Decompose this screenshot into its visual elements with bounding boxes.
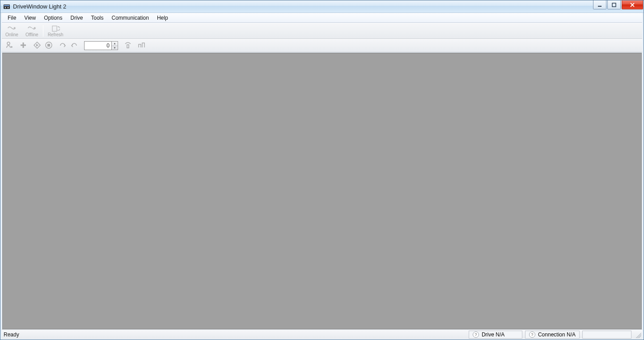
- svg-point-3: [8, 7, 9, 8]
- set-reference-icon: [124, 41, 132, 51]
- app-icon: [3, 3, 10, 10]
- online-label: Online: [5, 32, 18, 37]
- menu-help[interactable]: Help: [153, 13, 172, 22]
- take-control-icon: [5, 41, 13, 51]
- svg-point-9: [7, 42, 10, 45]
- status-bar: Ready ? Drive N/A ? Connection N/A: [2, 329, 642, 339]
- menu-drive[interactable]: Drive: [67, 13, 87, 22]
- start-icon: [33, 41, 41, 51]
- svg-point-7: [34, 27, 36, 29]
- spin-down-button[interactable]: ▼: [112, 46, 118, 50]
- menu-view[interactable]: View: [20, 13, 40, 22]
- reference-input[interactable]: [84, 41, 112, 50]
- reference-spinner[interactable]: ▲ ▼: [112, 41, 118, 50]
- svg-point-6: [14, 27, 16, 29]
- reverse-button[interactable]: [68, 40, 80, 51]
- close-button[interactable]: [622, 0, 643, 9]
- svg-rect-4: [598, 6, 602, 7]
- status-empty-pane: [582, 331, 631, 339]
- help-icon: ?: [473, 332, 479, 338]
- refresh-button[interactable]: Refresh: [44, 23, 67, 38]
- maximize-button[interactable]: [607, 0, 621, 9]
- title-bar: DriveWindow Light 2: [0, 0, 644, 13]
- status-connection-pane: ? Connection N/A: [525, 331, 580, 339]
- offline-button[interactable]: Offline: [22, 23, 42, 38]
- menu-options[interactable]: Options: [40, 13, 66, 22]
- start-button[interactable]: [31, 40, 43, 51]
- svg-rect-5: [612, 3, 616, 7]
- refresh-icon: [51, 25, 60, 32]
- status-message: Ready: [4, 332, 469, 338]
- menu-bar: File View Options Drive Tools Communicat…: [2, 13, 642, 23]
- toolbar-connection: Online Offline Refresh: [2, 23, 642, 39]
- menu-file[interactable]: File: [4, 13, 20, 22]
- status-drive-pane: ? Drive N/A: [469, 331, 522, 339]
- svg-rect-11: [47, 44, 50, 47]
- stop-icon: [45, 41, 53, 51]
- svg-rect-1: [4, 5, 9, 6]
- svg-rect-8: [52, 26, 57, 31]
- status-connection-text: Connection N/A: [538, 332, 576, 338]
- stop-button[interactable]: [43, 40, 55, 51]
- forward-button[interactable]: [57, 40, 68, 51]
- redo-icon: [59, 41, 67, 51]
- svg-point-2: [5, 7, 6, 8]
- menu-tools[interactable]: Tools: [87, 13, 108, 22]
- take-control-button[interactable]: [4, 40, 15, 51]
- window-controls: [592, 0, 643, 9]
- plus-icon: [19, 41, 27, 51]
- menu-communication[interactable]: Communication: [108, 13, 153, 22]
- resize-grip[interactable]: [634, 331, 641, 338]
- online-icon: [7, 25, 16, 32]
- window-title: DriveWindow Light 2: [13, 3, 66, 10]
- toolbar-drive-control: ▲ ▼: [2, 39, 642, 52]
- offline-label: Offline: [25, 32, 38, 37]
- offline-icon: [27, 25, 36, 32]
- help-icon: ?: [529, 332, 535, 338]
- reset-fault-button[interactable]: [17, 40, 29, 51]
- online-button[interactable]: Online: [2, 23, 22, 38]
- toolbar-separator: [43, 25, 43, 37]
- minimize-button[interactable]: [593, 0, 606, 9]
- step-button[interactable]: [136, 40, 148, 51]
- mdi-workspace: [2, 53, 642, 329]
- refresh-label: Refresh: [48, 32, 64, 37]
- status-drive-text: Drive N/A: [482, 332, 504, 338]
- reference-field: ▲ ▼: [84, 41, 118, 51]
- svg-rect-12: [127, 45, 129, 48]
- set-reference-button[interactable]: [122, 40, 134, 51]
- spin-up-button[interactable]: ▲: [112, 42, 118, 46]
- undo-icon: [70, 41, 78, 51]
- step-icon: [138, 41, 146, 51]
